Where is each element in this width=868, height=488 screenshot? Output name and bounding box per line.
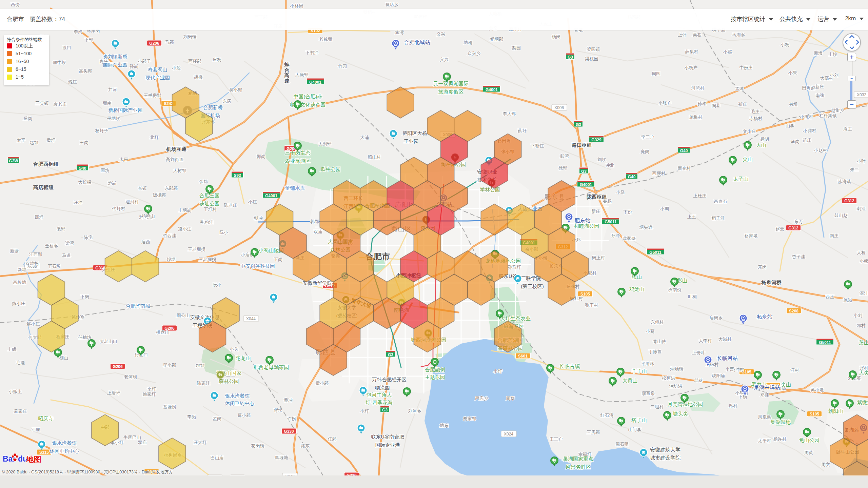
svg-text:G3W: G3W: [9, 159, 18, 163]
svg-text:下份: 下份: [623, 209, 632, 215]
svg-text:G4001: G4001: [265, 194, 277, 198]
svg-text:赵郢: 赵郢: [29, 140, 38, 145]
svg-text:苏湾镇: 苏湾镇: [838, 179, 851, 184]
svg-text:柘皋河桥: 柘皋河桥: [761, 280, 782, 285]
svg-text:义兴: 义兴: [436, 32, 445, 37]
svg-text:王三户: 王三户: [550, 436, 563, 442]
svg-text:G5011: G5011: [605, 220, 617, 224]
svg-text:彭湾: 彭湾: [560, 154, 569, 159]
svg-text:合肥西枢纽: 合肥西枢纽: [33, 161, 59, 167]
svg-text:深洼: 深洼: [859, 291, 868, 296]
svg-text:大康郢: 大康郢: [295, 72, 309, 77]
svg-text:合肥新桥: 合肥新桥: [203, 105, 223, 110]
svg-text:杨岗: 杨岗: [552, 34, 560, 39]
svg-text:蔡冲: 蔡冲: [284, 398, 293, 403]
svg-text:棋盘山: 棋盘山: [156, 330, 170, 335]
svg-text:上杜庄: 上杜庄: [693, 193, 707, 198]
svg-text:旅游度假区: 旅游度假区: [438, 89, 464, 95]
svg-text:新庄: 新庄: [815, 84, 824, 89]
svg-text:鼓山赵: 鼓山赵: [834, 213, 848, 218]
svg-text:蔡家墩: 蔡家墩: [745, 233, 758, 238]
svg-text:西埂村: 西埂村: [652, 171, 666, 176]
svg-text:西坝塘: 西坝塘: [13, 280, 26, 285]
svg-text:南庄: 南庄: [830, 233, 839, 238]
svg-text:孙岗: 孙岗: [130, 64, 138, 69]
svg-text:马湖乡: 马湖乡: [732, 32, 745, 37]
svg-text:圩·四季花海: 圩·四季花海: [365, 400, 393, 405]
svg-text:山门李: 山门李: [628, 427, 642, 432]
svg-text:牛尾巴山: 牛尾巴山: [123, 435, 141, 440]
svg-text:高刘街道: 高刘街道: [166, 157, 183, 162]
svg-text:S208: S208: [789, 309, 798, 313]
svg-text:太子山: 太子山: [733, 176, 749, 182]
svg-text:小圩: 小圩: [360, 409, 369, 414]
svg-text:汪村: 汪村: [790, 368, 799, 373]
svg-text:长临古镇: 长临古镇: [559, 363, 580, 369]
svg-text:大尖: 大尖: [859, 370, 868, 375]
svg-text:小庄: 小庄: [248, 199, 257, 204]
svg-text:冲北: 冲北: [606, 163, 614, 168]
svg-text:施集村: 施集村: [689, 115, 703, 120]
svg-text:李圩: 李圩: [147, 387, 156, 392]
svg-text:花岗镇: 花岗镇: [251, 443, 264, 448]
svg-text:后圩: 后圩: [46, 138, 55, 143]
svg-text:西盘石: 西盘石: [714, 199, 727, 204]
svg-text:瞿小郢: 瞿小郢: [163, 363, 176, 368]
svg-text:物流园: 物流园: [375, 385, 390, 390]
svg-text:渡口: 渡口: [62, 45, 71, 50]
svg-text:小刘: 小刘: [853, 313, 862, 318]
svg-text:西王: 西王: [826, 294, 834, 299]
svg-text:小赵: 小赵: [723, 49, 732, 54]
svg-text:义兴: 义兴: [440, 57, 449, 62]
svg-text:上王: 上王: [687, 214, 696, 219]
svg-text:李大郢: 李大郢: [503, 111, 516, 116]
svg-text:中安创谷科技园: 中安创谷科技园: [240, 263, 275, 269]
svg-text:上唐圩: 上唐圩: [107, 390, 120, 395]
svg-text:高头郢: 高头郢: [79, 68, 92, 74]
svg-text:刘坎: 刘坎: [597, 157, 606, 162]
svg-text:上畈: 上畈: [7, 347, 16, 352]
svg-text:严店乡: 严店乡: [475, 396, 488, 401]
svg-text:风景名胜区: 风景名胜区: [566, 464, 591, 470]
svg-text:巢湖湿地: 巢湖湿地: [770, 419, 791, 425]
svg-text:尖山: 尖山: [781, 382, 791, 387]
svg-text:江西郢: 江西郢: [29, 252, 42, 257]
svg-text:新塘: 新塘: [18, 267, 26, 272]
svg-text:中份庄: 中份庄: [739, 65, 753, 70]
svg-text:西楼郢: 西楼郢: [189, 59, 202, 64]
svg-text:新海: 新海: [814, 50, 823, 56]
svg-text:田埠赵: 田埠赵: [802, 85, 815, 90]
svg-text:新塘: 新塘: [10, 248, 19, 253]
svg-text:陀龙山: 陀龙山: [236, 355, 251, 361]
svg-text:小赵村: 小赵村: [814, 148, 827, 153]
svg-text:联东U谷南合肥: 联东U谷南合肥: [371, 434, 404, 440]
svg-text:银水湾餐饮: 银水湾餐饮: [225, 393, 250, 399]
svg-text:肥西老母鸡家园: 肥西老母鸡家园: [254, 364, 289, 370]
svg-text:平塘坎: 平塘坎: [107, 116, 120, 121]
svg-text:下靳庄: 下靳庄: [531, 143, 544, 148]
svg-text:长临河站: 长临河站: [717, 355, 738, 361]
svg-text:任槽坊: 任槽坊: [78, 335, 92, 340]
svg-text:魏庄: 魏庄: [68, 79, 77, 84]
svg-text:熊小庄: 熊小庄: [12, 301, 25, 306]
svg-text:秦杨: 秦杨: [603, 199, 612, 204]
svg-text:G40: G40: [628, 175, 636, 179]
svg-text:茨山: 茨山: [859, 340, 868, 345]
svg-text:江堰: 江堰: [31, 427, 40, 432]
svg-text:小杨户: 小杨户: [684, 65, 698, 70]
svg-text:下石埠: 下石埠: [48, 264, 61, 269]
svg-text:小曹: 小曹: [725, 367, 734, 372]
svg-text:G206: G206: [149, 41, 159, 46]
svg-text:庙西: 庙西: [141, 239, 150, 244]
svg-text:姚家圩: 姚家圩: [143, 392, 156, 397]
svg-text:松柯洪: 松柯洪: [662, 375, 675, 381]
svg-text:东郢郢: 东郢郢: [165, 186, 178, 191]
svg-text:孟家庄: 孟家庄: [14, 409, 27, 414]
svg-text:陆家洼: 陆家洼: [197, 381, 210, 386]
svg-text:解小庄: 解小庄: [26, 321, 40, 326]
svg-text:龚家垄: 龚家垄: [623, 236, 636, 241]
svg-text:休闲垂钓中心: 休闲垂钓中心: [225, 401, 255, 406]
svg-text:陈宅: 陈宅: [84, 235, 93, 240]
svg-text:许拐: 许拐: [287, 416, 296, 421]
svg-text:郭郢: 郭郢: [310, 219, 319, 224]
